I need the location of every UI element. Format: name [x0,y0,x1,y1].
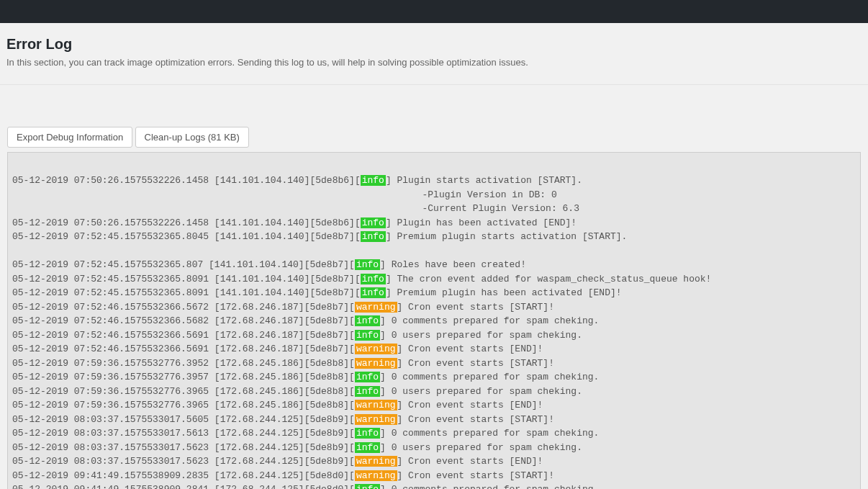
cleanup-logs-button[interactable]: Clean-up Logs (81 KB) [135,127,249,148]
content-area: Export Debug Information Clean-up Logs (… [0,85,868,490]
log-viewer[interactable]: 05-12-2019 07:50:26.1575532226.1458 [141… [7,152,861,490]
page-title: Error Log [6,36,862,53]
admin-topbar [0,0,868,23]
page-description: In this section, you can track image opt… [6,55,862,70]
log-content: 05-12-2019 07:50:26.1575532226.1458 [141… [12,160,856,490]
page-header: Error Log In this section, you can track… [0,23,868,85]
export-debug-button[interactable]: Export Debug Information [7,127,132,148]
button-row: Export Debug Information Clean-up Logs (… [7,127,861,148]
